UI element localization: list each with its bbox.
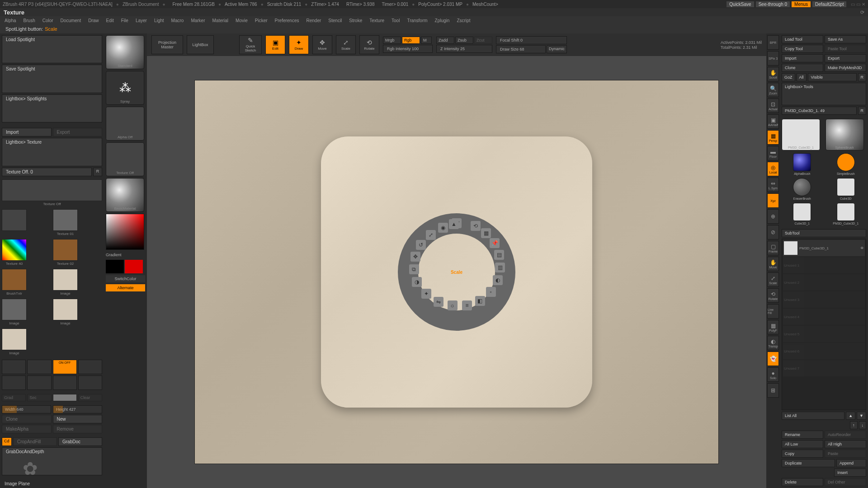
tool-thumb[interactable]: SphereBrush [826,119,864,150]
arrow-down-icon[interactable]: ↓ [859,421,867,429]
copy-tool-button[interactable]: Copy Tool [782,45,823,53]
onoff-button[interactable]: ON OFF [53,360,77,374]
action-button[interactable] [2,375,26,390]
zadd-button[interactable]: Zadd [436,37,454,44]
main-color[interactable] [53,394,77,401]
scroll-button[interactable]: ✋Scroll [767,67,779,81]
brush-thumb[interactable]: Standard [106,35,144,69]
image-plane-section[interactable]: Image Plane [2,481,102,486]
move-button[interactable]: ✥Move [312,35,332,54]
draw-size-slider[interactable]: Draw Size 68 [496,45,546,53]
primary-color[interactable] [125,260,143,273]
grabdoc-button[interactable]: GrabDoc [58,437,102,446]
tool-r-button[interactable]: R [858,107,867,115]
paste-tool-button[interactable]: Paste Tool [825,45,866,53]
tool-thumb[interactable]: PM3D_Cube3D_1 [782,119,820,150]
all-high-button[interactable]: All High [825,440,866,448]
texture-off-slider[interactable]: Texture Off. 0 [2,168,92,176]
menu-item[interactable]: Draw [88,18,99,23]
lsym-button[interactable]: ⇔L.Sym [767,178,779,192]
all-low-button[interactable]: All Low [782,440,823,448]
subtool-header[interactable]: SubTool [782,229,866,237]
export-button[interactable]: Export [53,128,103,136]
make-polymesh-button[interactable]: Make PolyMesh3D [825,64,866,72]
texture-thumb[interactable] [2,209,27,231]
frame-button[interactable]: ▢Frame [767,241,779,255]
refresh-icon[interactable]: ⟳ [860,9,864,15]
defaultscript-button[interactable]: DefaultZScript [812,1,846,7]
mrgb-button[interactable]: Mrgb [383,37,401,44]
menu-item[interactable]: Tool [392,18,400,23]
listall-button[interactable]: List All [782,412,844,420]
spotlight-scale-icon[interactable]: ⤢ [426,230,436,240]
eye-icon[interactable]: 👁 [860,246,864,250]
menu-item[interactable]: Alpha [5,18,16,23]
copy-button[interactable]: Copy [782,450,823,458]
rgb-intensity-slider[interactable]: Rgb Intensity 100 [383,45,433,53]
menu-item[interactable]: Transform [407,18,427,23]
menu-item[interactable]: Layer [136,18,147,23]
save-spotlight-button[interactable]: Save Spotlight [2,65,102,93]
spotlight-grid-icon[interactable]: ▦ [481,228,491,238]
alternate-button[interactable]: Alternate [106,284,145,291]
zcut-button[interactable]: Zcut [474,37,492,44]
iso-button[interactable]: ⊞ [767,383,779,398]
tool-thumb[interactable] [837,203,855,221]
spotlight-tilev-icon[interactable]: ▥ [495,263,505,272]
clone-button[interactable]: Clone [782,64,823,72]
floor-button[interactable]: ▬Floor [767,146,779,160]
menu-item[interactable]: Zplugin [435,18,450,23]
spotlight-hue-icon[interactable]: ◧ [475,296,485,306]
lightbox-texture-button[interactable]: Lightbox> Texture [2,138,102,166]
menu-item[interactable]: Marker [191,18,205,23]
drag-button[interactable]: ⊘ [767,225,779,239]
duplicate-button[interactable]: Duplicate [782,459,835,467]
r-button[interactable]: R [93,168,102,176]
append-button[interactable]: Append [836,459,866,467]
polyf-button[interactable]: ▦PolyF [767,320,779,334]
draw-button[interactable]: ✦Draw [289,35,309,54]
menu-item[interactable]: Document [61,18,81,23]
clear-button[interactable]: Clear [78,394,102,401]
spotlight-ring[interactable]: Scale 🖌 ⟲ ▦ 📌 ▤ ▥ ◐ ▫ ◧ ≡ ☼ ⇋ ✦ [398,213,515,331]
spotlight-pin-icon[interactable]: 📌 [490,238,500,248]
spix-slider[interactable]: SPix 3 [767,51,779,66]
menu-item[interactable]: Render [307,18,321,23]
goz-visible-button[interactable]: Visible [808,73,857,81]
spotlight-restore-icon[interactable]: ↺ [416,240,426,250]
menu-item[interactable]: Preferences [275,18,299,23]
xyz-button[interactable]: Xyz [767,193,779,208]
tool-thumb[interactable] [793,203,811,221]
autoreorder-button[interactable]: AutoReorder [825,431,866,439]
edit-button[interactable]: ▣Edit [265,35,285,54]
menu-item[interactable]: Edit [106,18,114,23]
remove-button[interactable]: Remove [53,425,103,433]
spotlight-fade-icon[interactable]: ▫ [486,287,496,297]
goz-all-button[interactable]: All [797,73,807,81]
spotlight-intensity-icon[interactable]: ☼ [448,300,458,310]
texture-thumb[interactable]: Texture Off [2,179,102,201]
menu-item[interactable]: Material [212,18,229,23]
rotate-button[interactable]: ⟲Rotate [359,35,379,54]
color-picker[interactable] [106,214,144,250]
texture-thumb[interactable]: Texture Off [106,142,144,176]
texture-thumb[interactable]: BrushTxtr [2,269,27,291]
lightbox-tools-button[interactable]: Lightbox> Tools [782,83,866,105]
spotlight-rotate-icon[interactable]: ⟲ [471,221,481,231]
projection-master-button[interactable]: Projection Master [151,35,183,54]
sec-button[interactable]: Sec [27,394,51,401]
stroke-thumb[interactable]: ⁂Spray [106,71,144,105]
import-button[interactable]: Import [2,128,52,136]
menu-item[interactable]: Movie [236,18,248,23]
export-button[interactable]: Export [825,54,866,62]
tool-thumb[interactable] [837,178,855,196]
scale-button[interactable]: ⤢Scale [336,35,356,54]
cropfill-button[interactable]: CropAndFill [13,437,57,446]
aahalf-button[interactable]: ▣AAHalf [767,114,779,129]
grabdocdepth-button[interactable]: GrabDocAndDepth [2,447,102,475]
linefill-button[interactable]: Line Fill [767,304,779,319]
import-button[interactable]: Import [782,54,823,62]
width-slider[interactable]: Width 640 [2,405,51,413]
height-slider[interactable]: Height 427 [53,405,102,413]
clone-button[interactable]: Clone [2,415,52,423]
